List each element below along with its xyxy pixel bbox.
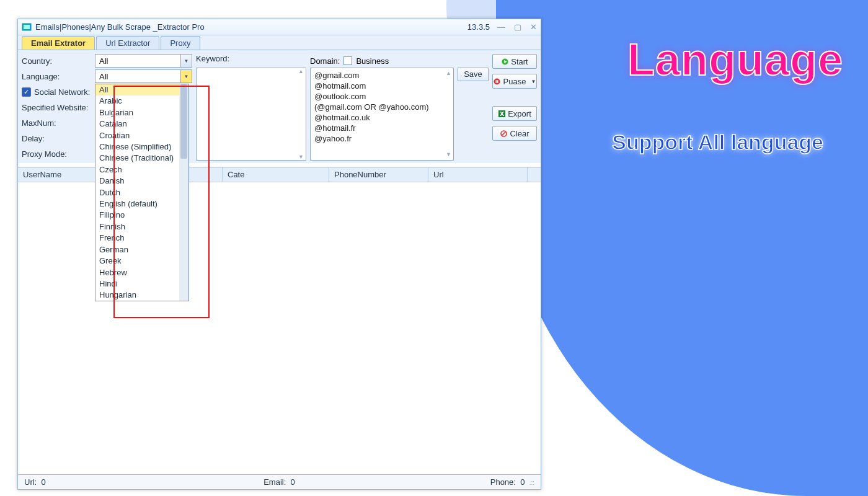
language-option[interactable]: Arabic xyxy=(95,95,188,107)
grid-column-header[interactable]: PhoneNumber xyxy=(329,167,428,182)
language-option[interactable]: Greek xyxy=(95,255,188,267)
keyword-label: Keyword: xyxy=(196,54,306,68)
language-option[interactable]: Bulgarian xyxy=(95,107,188,118)
social-network-label: Social Network: xyxy=(34,87,90,97)
svg-rect-2 xyxy=(24,25,30,29)
proxy-mode-label: Proxy Mode: xyxy=(22,149,95,159)
chevron-down-icon[interactable]: ▼ xyxy=(180,55,192,67)
country-label: Country: xyxy=(22,56,95,66)
social-network-checkbox[interactable]: ✓ xyxy=(22,87,31,97)
domain-item[interactable]: @gmail.com xyxy=(314,70,444,81)
language-option[interactable]: Hebrew xyxy=(95,267,188,278)
app-icon xyxy=(22,22,32,32)
grid-column-header[interactable]: Url xyxy=(428,167,528,182)
scroll-down-icon[interactable]: ▼ xyxy=(444,149,453,160)
domain-item[interactable]: (@gmail.com OR @yahoo.com) xyxy=(314,102,444,112)
maximize-button[interactable]: ▢ xyxy=(514,22,521,32)
tab-row: Email Extrator Url Extractor Proxy xyxy=(18,35,541,50)
svg-point-5 xyxy=(494,78,500,84)
language-option[interactable]: Danish xyxy=(95,175,188,187)
titlebar: Emails|Phones|Any Bulk Scrape _Extractor… xyxy=(18,19,541,35)
status-email-label: Email: xyxy=(264,477,286,487)
minimize-button[interactable]: — xyxy=(497,22,505,32)
language-option[interactable]: All xyxy=(95,84,188,95)
app-window: Emails|Phones|Any Bulk Scrape _Extractor… xyxy=(17,19,541,490)
domain-label: Domain: xyxy=(310,56,340,66)
status-bar: Url: 0 Email: 0 Phone: 0 .:: xyxy=(18,474,541,489)
language-combo[interactable]: All ▼ AllArabicBulgarianCatalanCroatianC… xyxy=(95,69,192,83)
prohibit-icon xyxy=(500,130,507,137)
chevron-down-icon[interactable]: ▼ xyxy=(180,70,192,82)
pause-icon xyxy=(494,78,501,85)
business-label: Business xyxy=(356,56,389,66)
language-option[interactable]: Filipino xyxy=(95,210,188,221)
business-checkbox[interactable] xyxy=(343,56,352,65)
delay-label: Delay: xyxy=(22,134,95,143)
language-option[interactable]: English (default) xyxy=(95,198,188,210)
specified-website-label: Specified Website: xyxy=(22,103,95,112)
language-option[interactable]: Catalan xyxy=(95,118,188,130)
language-option[interactable]: French xyxy=(95,232,188,244)
country-combo[interactable]: All ▼ xyxy=(95,54,192,68)
language-option[interactable]: German xyxy=(95,244,188,255)
language-option[interactable]: Chinese (Simplified) xyxy=(95,141,188,153)
excel-icon: x xyxy=(498,110,505,117)
svg-text:x: x xyxy=(500,110,505,117)
version-label: 13.3.5 xyxy=(467,22,490,32)
grid-column-header[interactable]: UserName xyxy=(18,167,99,182)
language-dropdown[interactable]: AllArabicBulgarianCatalanCroatianChinese… xyxy=(95,84,189,301)
domain-item[interactable]: @hotmail.fr xyxy=(314,123,444,133)
language-option[interactable]: Finnish xyxy=(95,221,188,232)
save-button[interactable]: Save xyxy=(458,68,489,81)
language-option[interactable]: Czech xyxy=(95,164,188,175)
domain-item[interactable]: @hotmail.com xyxy=(314,81,444,91)
status-phone-value: 0 xyxy=(520,477,525,487)
keyword-textarea[interactable]: ▲▼ xyxy=(196,68,306,161)
toolbar: Country: All ▼ Language: All ▼ AllArabic… xyxy=(18,50,541,163)
tab-email-extractor[interactable]: Email Extrator xyxy=(22,36,95,50)
action-column: Start Puase▼ xExport Clear xyxy=(492,54,537,161)
play-icon xyxy=(501,58,508,65)
chevron-down-icon: ▼ xyxy=(531,79,536,84)
svg-line-11 xyxy=(502,131,505,135)
scroll-up-icon[interactable]: ▲ xyxy=(296,68,306,74)
language-option[interactable]: Croatian xyxy=(95,130,188,141)
export-button[interactable]: xExport xyxy=(492,106,537,121)
dropdown-scrollbar[interactable] xyxy=(179,84,188,301)
maxnum-label: MaxNum: xyxy=(22,118,95,128)
svg-rect-6 xyxy=(496,80,497,83)
status-phone-label: Phone: xyxy=(490,477,516,487)
language-option[interactable]: Dutch xyxy=(95,187,188,198)
left-form: Country: All ▼ Language: All ▼ AllArabic… xyxy=(22,54,192,161)
domain-list[interactable]: @gmail.com@hotmail.com@outlook.com(@gmai… xyxy=(310,68,454,161)
language-value: All xyxy=(99,72,108,81)
scroll-up-icon[interactable]: ▲ xyxy=(444,68,453,79)
language-option[interactable]: Chinese (Traditional) xyxy=(95,153,188,164)
svg-rect-7 xyxy=(497,80,498,83)
promo-title: Language xyxy=(627,34,843,85)
close-button[interactable]: ✕ xyxy=(530,22,537,32)
clear-button[interactable]: Clear xyxy=(492,126,537,141)
language-option[interactable]: Hungarian xyxy=(95,290,188,301)
country-value: All xyxy=(99,56,108,66)
domain-item[interactable]: @hotmail.co.uk xyxy=(314,112,444,123)
status-url-label: Url: xyxy=(24,477,37,487)
tab-url-extractor[interactable]: Url Extractor xyxy=(96,36,159,50)
grid-column-header[interactable]: Cate xyxy=(223,167,329,182)
language-option[interactable]: Hindi xyxy=(95,278,188,290)
status-url-value: 0 xyxy=(41,477,45,487)
language-label: Language: xyxy=(22,72,95,81)
domain-item[interactable]: @yahoo.fr xyxy=(314,133,444,144)
domain-item[interactable]: @outlook.com xyxy=(314,91,444,102)
start-button[interactable]: Start xyxy=(492,54,537,69)
window-title: Emails|Phones|Any Bulk Scrape _Extractor… xyxy=(35,22,467,32)
scroll-down-icon[interactable]: ▼ xyxy=(296,154,306,160)
promo-subtitle: Support All language xyxy=(612,130,823,154)
status-email-value: 0 xyxy=(291,477,295,487)
pause-button[interactable]: Puase▼ xyxy=(492,74,537,89)
tab-proxy[interactable]: Proxy xyxy=(161,36,200,50)
